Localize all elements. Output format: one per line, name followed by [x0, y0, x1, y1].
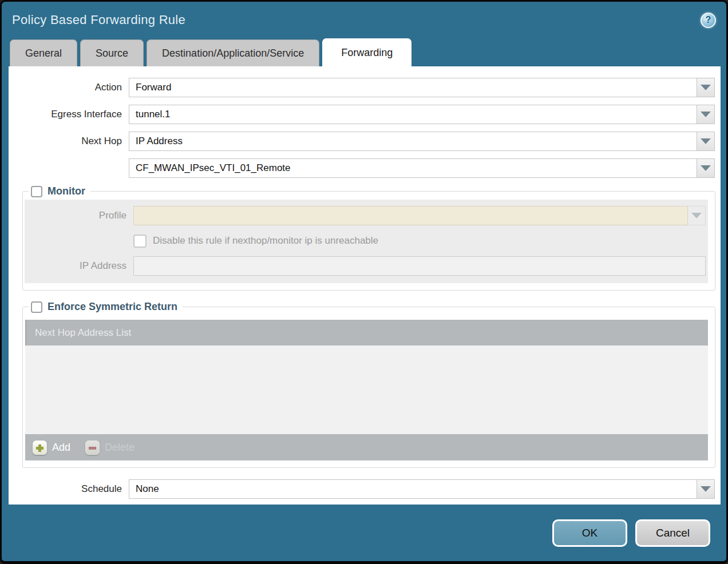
next-hop-dropdown-button[interactable] [697, 132, 715, 151]
tab-forwarding[interactable]: Forwarding [322, 38, 412, 66]
chevron-down-icon [701, 85, 711, 90]
enforce-symmetric-return-legend-label: Enforce Symmetric Return [48, 301, 177, 313]
delete-button[interactable]: Delete [85, 440, 134, 455]
monitor-fieldset: Monitor Profile Disable this rule if nex… [22, 185, 715, 291]
enforce-symmetric-return-legend: Enforce Symmetric Return [29, 301, 183, 313]
add-button-label: Add [52, 442, 70, 454]
egress-interface-dropdown[interactable]: tunnel.1 [129, 105, 715, 124]
schedule-value[interactable]: None [129, 479, 697, 499]
disable-rule-label: Disable this rule if nexthop/monitor ip … [153, 235, 378, 247]
tab-destination-application-service[interactable]: Destination/Application/Service [147, 39, 319, 66]
disable-rule-checkbox [133, 235, 147, 248]
monitor-ip-address-field [133, 256, 706, 276]
next-hop-address-dropdown-button[interactable] [697, 158, 715, 178]
titlebar: Policy Based Forwarding Rule ? [2, 2, 726, 38]
forwarding-tab-content: Action Forward Egress Interface tunnel.1… [9, 66, 721, 505]
schedule-dropdown[interactable]: None [129, 479, 715, 499]
monitor-ip-address-row: IP Address [25, 256, 706, 276]
cancel-button[interactable]: Cancel [635, 519, 710, 547]
next-hop-address-list-header: Next Hop Address List [25, 320, 708, 345]
action-dropdown[interactable]: Forward [129, 78, 715, 97]
monitor-legend-label: Monitor [48, 185, 85, 197]
help-icon[interactable]: ? [701, 13, 716, 28]
profile-label: Profile [25, 210, 133, 221]
next-hop-address-row: CF_MWAN_IPsec_VTI_01_Remote [9, 158, 715, 178]
action-value[interactable]: Forward [129, 78, 697, 97]
enforce-symmetric-return-fieldset: Enforce Symmetric Return Next Hop Addres… [22, 301, 715, 468]
chevron-down-icon [701, 112, 711, 117]
tab-general[interactable]: General [10, 39, 77, 66]
next-hop-address-list-body [25, 345, 708, 434]
monitor-legend: Monitor [29, 185, 90, 197]
egress-interface-label: Egress Interface [9, 109, 129, 120]
tab-source[interactable]: Source [80, 39, 144, 66]
dialog-title: Policy Based Forwarding Rule [12, 13, 185, 27]
profile-value [133, 206, 688, 225]
monitor-panel: Profile Disable this rule if nexthop/mon… [25, 200, 708, 283]
policy-based-forwarding-rule-dialog: Policy Based Forwarding Rule ? General S… [0, 0, 728, 564]
minus-icon [85, 440, 100, 455]
profile-dropdown [133, 206, 706, 225]
action-label: Action [9, 82, 129, 93]
action-row: Action Forward [9, 78, 715, 97]
tab-bar: General Source Destination/Application/S… [2, 38, 726, 66]
profile-row: Profile [25, 206, 706, 225]
delete-button-label: Delete [105, 442, 134, 454]
ok-button[interactable]: OK [552, 519, 627, 547]
next-hop-row: Next Hop IP Address [9, 132, 715, 151]
disable-rule-row: Disable this rule if nexthop/monitor ip … [133, 233, 708, 248]
next-hop-dropdown[interactable]: IP Address [129, 132, 715, 151]
profile-dropdown-button [688, 206, 706, 225]
schedule-label: Schedule [9, 483, 129, 495]
next-hop-value[interactable]: IP Address [129, 132, 697, 151]
chevron-down-icon [701, 138, 711, 144]
schedule-dropdown-button[interactable] [697, 479, 715, 499]
schedule-row: Schedule None [9, 479, 715, 499]
egress-interface-value[interactable]: tunnel.1 [129, 105, 697, 124]
action-dropdown-button[interactable] [697, 78, 715, 97]
plus-icon [33, 440, 47, 455]
egress-interface-row: Egress Interface tunnel.1 [9, 105, 715, 124]
monitor-checkbox[interactable] [31, 186, 42, 197]
dialog-footer: OK Cancel [2, 505, 726, 561]
next-hop-address-list-table: Next Hop Address List Add Delete [25, 320, 708, 460]
chevron-down-icon [691, 213, 702, 219]
monitor-ip-address-value [133, 256, 706, 276]
enforce-symmetric-return-checkbox[interactable] [31, 301, 42, 313]
egress-interface-dropdown-button[interactable] [697, 105, 715, 124]
chevron-down-icon [701, 165, 711, 171]
add-button[interactable]: Add [33, 440, 70, 455]
next-hop-label: Next Hop [9, 136, 129, 147]
next-hop-address-dropdown[interactable]: CF_MWAN_IPsec_VTI_01_Remote [129, 158, 715, 178]
next-hop-address-value[interactable]: CF_MWAN_IPsec_VTI_01_Remote [129, 158, 697, 178]
next-hop-address-list-toolbar: Add Delete [25, 434, 708, 460]
chevron-down-icon [701, 486, 711, 492]
monitor-ip-address-label: IP Address [25, 260, 133, 272]
